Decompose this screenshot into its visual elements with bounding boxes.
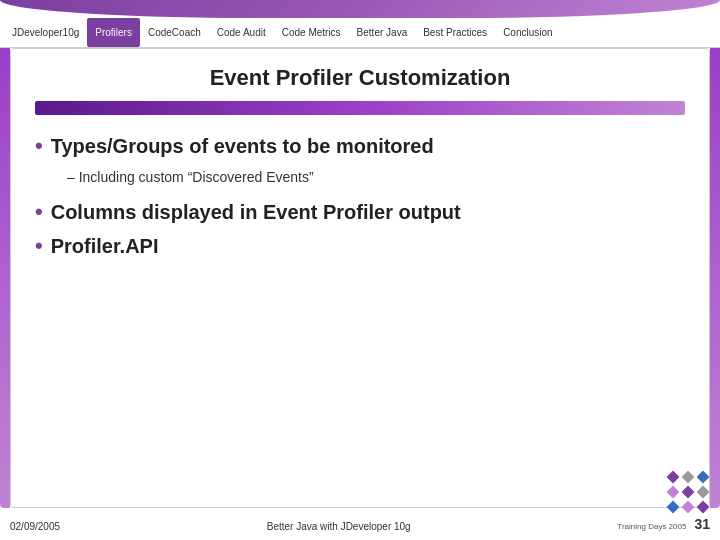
nav-jdeveloper[interactable]: JDeveloper10g — [4, 18, 87, 47]
nav-best-practices[interactable]: Best Practices — [415, 18, 495, 47]
diamond-9 — [697, 501, 710, 514]
top-decoration — [0, 0, 720, 18]
nav-code-audit[interactable]: Code Audit — [209, 18, 274, 47]
footer-date: 02/09/2005 — [10, 521, 60, 532]
bullet-2: Columns displayed in Event Profiler outp… — [35, 199, 685, 225]
nav-codecoach[interactable]: CodeCoach — [140, 18, 209, 47]
nav-code-metrics[interactable]: Code Metrics — [274, 18, 349, 47]
diamond-5 — [682, 486, 695, 499]
slide-content: Event Profiler Customization Types/Group… — [10, 48, 710, 508]
navbar: JDeveloper10g Profilers CodeCoach Code A… — [0, 18, 720, 48]
logo-diamonds — [666, 470, 710, 514]
footer-tagline: Training Days 2005 — [617, 522, 686, 531]
bullet-1: Types/Groups of events to be monitored — [35, 133, 685, 159]
right-decoration — [710, 48, 720, 508]
nav-conclusion[interactable]: Conclusion — [495, 18, 560, 47]
diamond-7 — [667, 501, 680, 514]
diamond-2 — [682, 471, 695, 484]
diamond-1 — [667, 471, 680, 484]
nav-better-java[interactable]: Better Java — [349, 18, 416, 47]
left-decoration — [0, 48, 10, 508]
bullet-1-sub: Including custom “Discovered Events” — [67, 169, 685, 185]
nav-profilers[interactable]: Profilers — [87, 18, 140, 47]
diamond-8 — [682, 501, 695, 514]
footer: 02/09/2005 Better Java with JDeveloper 1… — [10, 470, 710, 532]
diamond-6 — [697, 486, 710, 499]
footer-center: Better Java with JDeveloper 10g — [267, 521, 411, 532]
diamond-4 — [667, 486, 680, 499]
footer-logo: Training Days 2005 31 — [617, 470, 710, 532]
bullet-3: Profiler.API — [35, 233, 685, 259]
footer-page-number: 31 — [694, 516, 710, 532]
purple-divider — [35, 101, 685, 115]
diamond-3 — [697, 471, 710, 484]
slide-title: Event Profiler Customization — [35, 65, 685, 91]
